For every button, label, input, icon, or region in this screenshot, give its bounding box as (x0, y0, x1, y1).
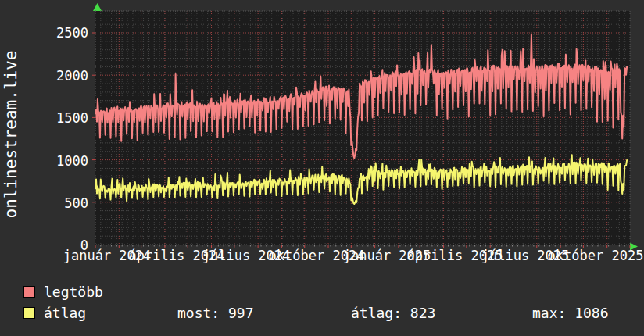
chart-plot-area (0, 0, 644, 270)
x-axis-label: október 2025 (548, 248, 644, 263)
legend-label-legtobb: legtöbb (44, 284, 103, 300)
stat-most: most: 997 (177, 306, 254, 321)
rrd-graph-page: onlinestream.live 2500 2000 1500 1000 50… (0, 0, 644, 336)
legend-swatch-atlag (23, 307, 35, 319)
y-axis-arrow-icon (93, 3, 102, 11)
stat-max: max: 1086 (532, 306, 609, 321)
y-axis-label: 1000 (27, 153, 88, 169)
y-axis-label: 1500 (27, 110, 88, 126)
legend-label-atlag: átlag (44, 306, 86, 321)
stat-atlag: átlag: 823 (351, 306, 435, 321)
y-axis-label: 500 (27, 195, 88, 211)
y-axis-label: 2000 (27, 68, 88, 84)
y-axis-label: 2500 (27, 25, 88, 41)
legend-swatch-legtobb (23, 286, 35, 298)
